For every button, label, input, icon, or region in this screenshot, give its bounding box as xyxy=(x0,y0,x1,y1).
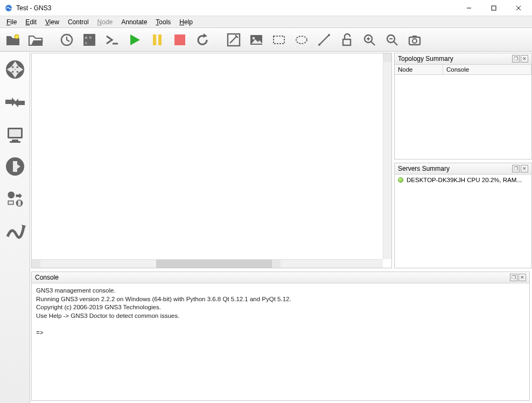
topology-close-button[interactable]: ✕ xyxy=(521,55,528,62)
open-project-button[interactable] xyxy=(27,31,44,48)
console-button[interactable] xyxy=(103,31,121,48)
topology-col-console[interactable]: Console xyxy=(443,65,531,74)
topology-columns: Node Console xyxy=(395,65,531,75)
console-output[interactable]: GNS3 management console. Running GNS3 ve… xyxy=(32,283,529,400)
console-close-button[interactable]: ✕ xyxy=(519,274,526,281)
console-undock-button[interactable]: ❐ xyxy=(510,274,517,281)
add-note-button[interactable] xyxy=(225,31,242,48)
server-status-icon xyxy=(398,177,403,183)
menu-view[interactable]: View xyxy=(41,17,64,27)
svg-text:a: a xyxy=(85,36,87,39)
menu-tools[interactable]: Tools xyxy=(151,17,175,27)
browse-end-devices-button[interactable] xyxy=(3,122,27,147)
topology-col-node[interactable]: Node xyxy=(395,65,443,74)
canvas-horizontal-scrollbar[interactable] xyxy=(32,259,383,268)
new-project-button[interactable] xyxy=(4,31,22,48)
svg-text:c: c xyxy=(85,41,87,45)
servers-body: DESKTOP-DK39KJH CPU 20.2%, RAM... xyxy=(395,175,531,268)
topology-undock-button[interactable]: ❐ xyxy=(512,55,520,62)
servers-summary-title: Servers Summary xyxy=(398,165,511,172)
start-all-button[interactable] xyxy=(126,31,143,48)
svg-line-25 xyxy=(371,41,375,45)
svg-point-21 xyxy=(318,44,320,46)
zoom-out-button[interactable] xyxy=(383,31,401,48)
menu-edit[interactable]: Edit xyxy=(21,17,41,27)
topology-summary-panel: Topology Summary ❐ ✕ Node Console xyxy=(394,53,532,159)
menu-control[interactable]: Control xyxy=(64,17,93,27)
reload-all-button[interactable] xyxy=(194,31,211,48)
browse-security-devices-button[interactable] xyxy=(3,154,27,179)
svg-rect-36 xyxy=(9,129,21,137)
show-grid-button[interactable]: abc xyxy=(81,31,98,48)
device-toolbar xyxy=(0,52,30,403)
lock-button[interactable] xyxy=(338,31,355,48)
svg-rect-33 xyxy=(412,36,417,38)
menu-file[interactable]: File xyxy=(2,17,21,27)
server-row[interactable]: DESKTOP-DK39KJH CPU 20.2%, RAM... xyxy=(398,177,528,183)
zoom-in-button[interactable] xyxy=(361,31,378,48)
insert-picture-button[interactable] xyxy=(248,31,265,48)
console-panel: Console ❐ ✕ GNS3 management console. Run… xyxy=(31,272,530,401)
topology-body xyxy=(395,75,531,159)
svg-rect-12 xyxy=(153,34,156,45)
draw-line-button[interactable] xyxy=(316,31,333,48)
svg-rect-13 xyxy=(158,34,162,45)
servers-undock-button[interactable]: ❐ xyxy=(512,165,520,172)
svg-point-17 xyxy=(253,37,255,39)
window-title: Test - GNS3 xyxy=(16,4,51,12)
svg-point-22 xyxy=(328,34,330,36)
recent-button[interactable] xyxy=(58,31,75,48)
browse-switches-button[interactable] xyxy=(3,89,27,114)
svg-rect-38 xyxy=(10,141,20,143)
menu-help[interactable]: Help xyxy=(175,17,197,27)
svg-rect-43 xyxy=(9,202,13,204)
svg-line-20 xyxy=(319,35,329,45)
menu-annotate[interactable]: Annotate xyxy=(117,17,151,27)
svg-rect-2 xyxy=(492,6,496,10)
suspend-all-button[interactable] xyxy=(149,31,166,48)
draw-rectangle-button[interactable] xyxy=(270,31,288,48)
svg-text:b: b xyxy=(89,36,92,39)
minimize-button[interactable] xyxy=(457,0,481,16)
close-button[interactable] xyxy=(506,0,531,16)
add-link-button[interactable] xyxy=(3,219,27,244)
topology-summary-title: Topology Summary xyxy=(398,55,511,62)
servers-summary-panel: Servers Summary ❐ ✕ DESKTOP-DK39KJH CPU … xyxy=(394,163,532,268)
browse-all-devices-button[interactable] xyxy=(3,186,27,211)
svg-rect-37 xyxy=(12,140,18,141)
canvas-vertical-scrollbar[interactable] xyxy=(383,53,391,259)
svg-rect-14 xyxy=(174,34,185,45)
topology-canvas[interactable] xyxy=(31,53,392,268)
svg-point-32 xyxy=(412,39,417,43)
screenshot-button[interactable] xyxy=(406,31,423,48)
svg-line-29 xyxy=(394,41,397,45)
maximize-button[interactable] xyxy=(481,0,506,16)
server-label: DESKTOP-DK39KJH CPU 20.2%, RAM... xyxy=(407,177,522,183)
browse-routers-button[interactable] xyxy=(3,57,27,82)
svg-point-5 xyxy=(15,34,19,39)
app-icon xyxy=(4,4,13,12)
servers-close-button[interactable]: ✕ xyxy=(521,165,528,172)
svg-rect-45 xyxy=(18,200,20,206)
draw-ellipse-button[interactable] xyxy=(293,31,310,48)
menu-node: Node xyxy=(93,17,117,27)
svg-point-41 xyxy=(8,191,15,198)
titlebar: Test - GNS3 xyxy=(0,0,532,16)
console-title: Console xyxy=(35,274,509,281)
svg-rect-23 xyxy=(343,39,351,45)
menubar: File Edit View Control Node Annotate Too… xyxy=(0,16,532,28)
svg-rect-18 xyxy=(274,36,284,44)
svg-point-19 xyxy=(296,36,307,44)
svg-rect-40 xyxy=(13,161,17,172)
stop-all-button[interactable] xyxy=(171,31,188,48)
main-toolbar: abc xyxy=(0,28,532,52)
